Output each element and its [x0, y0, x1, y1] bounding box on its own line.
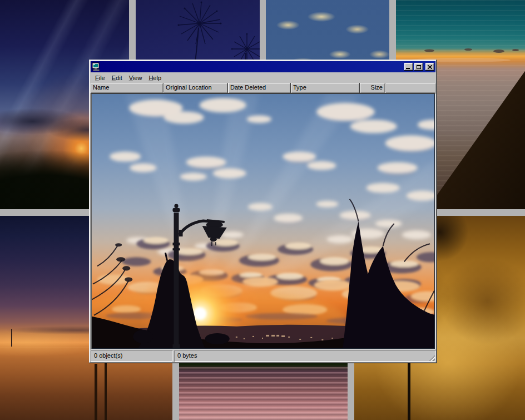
computer-icon [92, 62, 101, 71]
minimize-icon [406, 68, 410, 69]
sunset-streetlamp-photo [92, 94, 434, 348]
sun [194, 308, 206, 320]
menu-view[interactable]: View [126, 73, 146, 82]
desktop: File Edit View Help Name Original Locati… [0, 0, 525, 420]
column-header-name[interactable]: Name [91, 83, 164, 93]
close-icon [428, 65, 432, 69]
maximize-button[interactable] [414, 63, 423, 71]
maximize-icon [417, 65, 421, 69]
column-header-size[interactable]: Size [360, 83, 385, 93]
pole-silhouette [408, 355, 410, 420]
menu-edit[interactable]: Edit [108, 73, 126, 82]
close-button[interactable] [425, 63, 434, 71]
window-titlebar[interactable] [91, 61, 435, 72]
recycle-bin-window: File Edit View Help Name Original Locati… [89, 60, 437, 363]
column-header-original-location[interactable]: Original Location [164, 83, 228, 93]
column-header-date-deleted[interactable]: Date Deleted [228, 83, 291, 93]
status-bar: 0 object(s) 0 bytes [91, 350, 435, 362]
status-byte-count: 0 bytes [174, 350, 435, 362]
minimize-button[interactable] [404, 63, 413, 71]
column-headers: Name Original Location Date Deleted Type… [91, 83, 435, 93]
column-header-blank [385, 83, 435, 93]
menu-file[interactable]: File [92, 73, 108, 82]
ripple-texture [179, 367, 348, 420]
status-object-count: 0 object(s) [91, 350, 172, 362]
menu-bar: File Edit View Help [91, 72, 435, 83]
menu-help[interactable]: Help [145, 73, 165, 82]
column-header-type[interactable]: Type [291, 83, 360, 93]
file-list-area[interactable] [91, 93, 435, 349]
